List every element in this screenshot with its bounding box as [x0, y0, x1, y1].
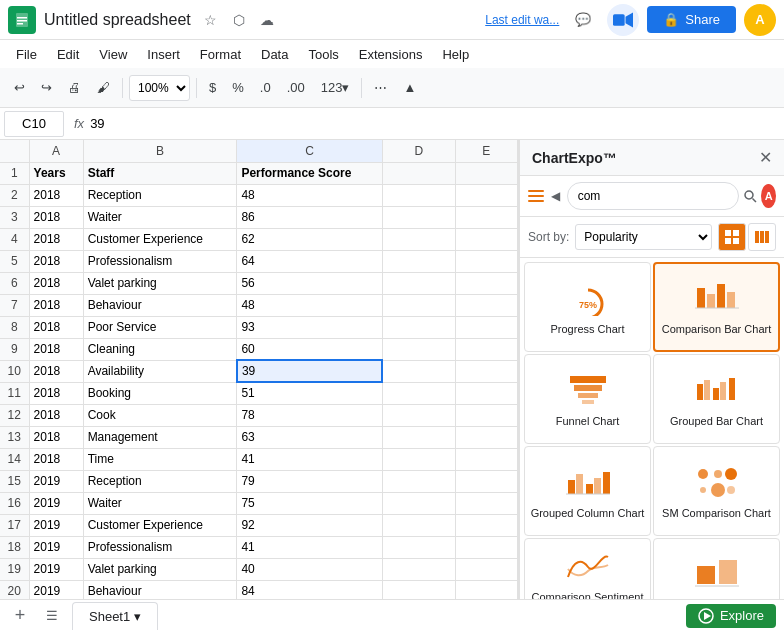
- user-avatar[interactable]: A: [744, 4, 776, 36]
- cell-4-A[interactable]: 2018: [29, 228, 83, 250]
- menu-insert[interactable]: Insert: [139, 45, 188, 64]
- cell-3-B[interactable]: Waiter: [83, 206, 237, 228]
- cell-20-E[interactable]: [455, 580, 517, 599]
- col-header-d[interactable]: D: [382, 140, 455, 162]
- nav-back-icon[interactable]: ◀: [548, 184, 563, 208]
- redo-button[interactable]: ↪: [35, 74, 58, 102]
- cell-1-C[interactable]: Performance Score: [237, 162, 382, 184]
- panel-user-avatar[interactable]: A: [761, 184, 776, 208]
- meet-icon[interactable]: [607, 4, 639, 36]
- cell-15-D[interactable]: [382, 470, 455, 492]
- drive-icon[interactable]: ⬡: [227, 8, 251, 32]
- cell-20-B[interactable]: Behaviour: [83, 580, 237, 599]
- cell-13-A[interactable]: 2018: [29, 426, 83, 448]
- cell-14-C[interactable]: 41: [237, 448, 382, 470]
- cell-7-D[interactable]: [382, 294, 455, 316]
- cell-16-B[interactable]: Waiter: [83, 492, 237, 514]
- paint-format-button[interactable]: 🖌: [91, 74, 116, 102]
- cell-5-E[interactable]: [455, 250, 517, 272]
- cell-8-D[interactable]: [382, 316, 455, 338]
- cell-18-A[interactable]: 2019: [29, 536, 83, 558]
- cell-3-A[interactable]: 2018: [29, 206, 83, 228]
- star-icon[interactable]: ☆: [199, 8, 223, 32]
- nav-menu-icon[interactable]: [528, 184, 544, 208]
- cell-6-D[interactable]: [382, 272, 455, 294]
- undo-button[interactable]: ↩: [8, 74, 31, 102]
- cell-15-E[interactable]: [455, 470, 517, 492]
- col-header-a[interactable]: A: [29, 140, 83, 162]
- cell-19-B[interactable]: Valet parking: [83, 558, 237, 580]
- cell-17-A[interactable]: 2019: [29, 514, 83, 536]
- cell-4-E[interactable]: [455, 228, 517, 250]
- cell-17-C[interactable]: 92: [237, 514, 382, 536]
- chart-card-sm-comparison[interactable]: SM Comparison Chart: [653, 446, 780, 536]
- cell-1-A[interactable]: Years: [29, 162, 83, 184]
- menu-view[interactable]: View: [91, 45, 135, 64]
- cell-13-D[interactable]: [382, 426, 455, 448]
- cell-2-C[interactable]: 48: [237, 184, 382, 206]
- cell-12-C[interactable]: 78: [237, 404, 382, 426]
- cell-12-E[interactable]: [455, 404, 517, 426]
- menu-extensions[interactable]: Extensions: [351, 45, 431, 64]
- last-edit-text[interactable]: Last edit wa...: [485, 13, 559, 27]
- cell-2-E[interactable]: [455, 184, 517, 206]
- cell-reference-input[interactable]: C10: [4, 111, 64, 137]
- cell-4-B[interactable]: Customer Experience: [83, 228, 237, 250]
- col-header-b[interactable]: B: [83, 140, 237, 162]
- cell-19-A[interactable]: 2019: [29, 558, 83, 580]
- cell-16-A[interactable]: 2019: [29, 492, 83, 514]
- menu-data[interactable]: Data: [253, 45, 296, 64]
- chat-icon[interactable]: 💬: [567, 4, 599, 36]
- currency-button[interactable]: $: [203, 74, 222, 102]
- cell-15-C[interactable]: 79: [237, 470, 382, 492]
- cell-6-C[interactable]: 56: [237, 272, 382, 294]
- cloud-icon[interactable]: ☁: [255, 8, 279, 32]
- chart-card-funnel[interactable]: Funnel Chart: [524, 354, 651, 444]
- cell-11-A[interactable]: 2018: [29, 382, 83, 404]
- cell-7-B[interactable]: Behaviour: [83, 294, 237, 316]
- add-sheet-button[interactable]: +: [8, 604, 32, 628]
- share-button[interactable]: 🔒 Share: [647, 6, 736, 33]
- search-input[interactable]: [567, 182, 739, 210]
- cell-10-A[interactable]: 2018: [29, 360, 83, 382]
- cell-2-B[interactable]: Reception: [83, 184, 237, 206]
- cell-1-B[interactable]: Staff: [83, 162, 237, 184]
- col-header-e[interactable]: E: [455, 140, 517, 162]
- cell-10-D[interactable]: [382, 360, 455, 382]
- cell-6-E[interactable]: [455, 272, 517, 294]
- search-icon[interactable]: [743, 184, 758, 208]
- cell-14-D[interactable]: [382, 448, 455, 470]
- cell-14-B[interactable]: Time: [83, 448, 237, 470]
- cell-4-C[interactable]: 62: [237, 228, 382, 250]
- cell-10-B[interactable]: Availability: [83, 360, 237, 382]
- decimal-inc-button[interactable]: .00: [281, 74, 311, 102]
- cell-12-B[interactable]: Cook: [83, 404, 237, 426]
- menu-tools[interactable]: Tools: [300, 45, 346, 64]
- menu-help[interactable]: Help: [434, 45, 477, 64]
- cell-20-D[interactable]: [382, 580, 455, 599]
- cell-10-C[interactable]: 39: [237, 360, 382, 382]
- cell-3-D[interactable]: [382, 206, 455, 228]
- cell-5-D[interactable]: [382, 250, 455, 272]
- cell-1-E[interactable]: [455, 162, 517, 184]
- cell-20-C[interactable]: 84: [237, 580, 382, 599]
- cell-13-B[interactable]: Management: [83, 426, 237, 448]
- print-button[interactable]: 🖨: [62, 74, 87, 102]
- cell-18-C[interactable]: 41: [237, 536, 382, 558]
- cell-8-E[interactable]: [455, 316, 517, 338]
- cell-16-E[interactable]: [455, 492, 517, 514]
- cell-6-B[interactable]: Valet parking: [83, 272, 237, 294]
- cell-4-D[interactable]: [382, 228, 455, 250]
- sheet-list-button[interactable]: ☰: [40, 604, 64, 628]
- cell-6-A[interactable]: 2018: [29, 272, 83, 294]
- category-view-button[interactable]: [748, 223, 776, 251]
- cell-5-A[interactable]: 2018: [29, 250, 83, 272]
- cell-9-E[interactable]: [455, 338, 517, 360]
- cell-19-D[interactable]: [382, 558, 455, 580]
- percent-button[interactable]: %: [226, 74, 250, 102]
- cell-5-B[interactable]: Professionalism: [83, 250, 237, 272]
- cell-16-C[interactable]: 75: [237, 492, 382, 514]
- decimal-dec-button[interactable]: .0: [254, 74, 277, 102]
- cell-14-A[interactable]: 2018: [29, 448, 83, 470]
- sheet-tab-sheet1[interactable]: Sheet1 ▾: [72, 602, 158, 630]
